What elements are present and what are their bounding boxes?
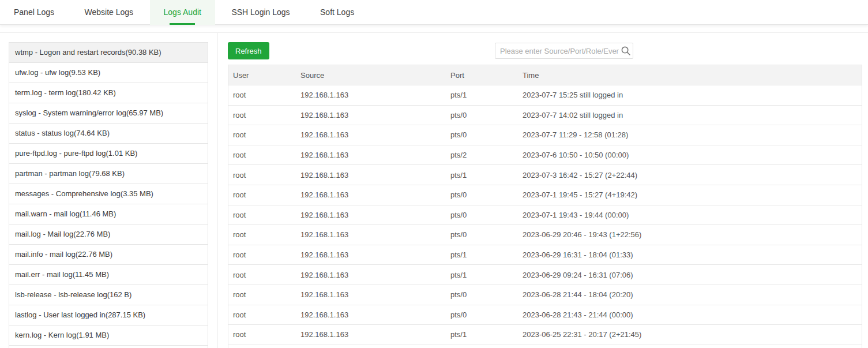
cell-time: 2023-07-7 14:02 still logged in [523, 111, 862, 119]
table-row[interactable]: root 192.168.1.163 pts/1 2023-06-29 16:3… [228, 245, 862, 265]
log-file-label: syslog - System warning/error log(65.97 … [15, 108, 163, 117]
table-row[interactable]: root 192.168.1.163 pts/1 2023-07-7 15:25… [228, 85, 862, 106]
cell-time: 2023-06-28 21:44 - 18:04 (20:20) [523, 290, 862, 299]
log-file-label: partman - partman log(79.68 KB) [15, 169, 125, 178]
log-file-item[interactable]: ufw.log - ufw log(9.53 KB) [9, 63, 208, 83]
cell-source: 192.168.1.163 [300, 290, 450, 299]
cell-user: root [228, 310, 300, 319]
cell-time: 2023-06-25 22:31 - 20:17 (2+21:45) [523, 330, 862, 339]
cell-time: 2023-07-1 19:45 - 15:27 (4+19:42) [523, 190, 862, 199]
tab-label: Soft Logs [320, 8, 354, 17]
log-file-label: messages - Comprehensive log(3.35 MB) [15, 189, 153, 198]
log-file-item[interactable]: mail.err - mail log(11.45 MB) [9, 265, 208, 285]
cell-port: pts/0 [450, 290, 523, 299]
refresh-button[interactable]: Refresh [228, 42, 269, 59]
cell-user: root [228, 91, 300, 99]
cell-port: pts/1 [450, 271, 523, 279]
cell-user: root [228, 211, 300, 219]
table-body: root 192.168.1.163 pts/1 2023-07-7 15:25… [228, 85, 862, 348]
tab-label: Website Logs [85, 8, 134, 17]
log-file-label: mail.info - mail log(22.76 MB) [15, 250, 112, 259]
table-row[interactable]: root 192.168.1.163 pts/0 2023-07-1 19:43… [228, 205, 862, 226]
log-file-item[interactable]: lsb-release - lsb-release log(162 B) [9, 285, 208, 305]
log-file-item[interactable]: wtmp - Logon and restart records(90.38 K… [9, 43, 208, 63]
cell-user: root [228, 171, 300, 179]
table-row[interactable]: root 192.168.1.163 pts/1 2023-07-3 16:42… [228, 165, 862, 185]
log-file-item[interactable]: term.log - term log(180.42 KB) [9, 83, 208, 103]
column-header-source: Source [300, 71, 450, 80]
cell-source: 192.168.1.163 [300, 171, 450, 179]
table-row[interactable]: root 192.168.1.163 pts/0 2023-07-7 11:29… [228, 125, 862, 145]
cell-time: 2023-06-29 09:24 - 16:31 (07:06) [523, 271, 862, 279]
log-file-label: status - status log(74.64 KB) [15, 129, 110, 137]
log-file-item[interactable]: lastlog - User last logged in(287.15 KB) [9, 305, 208, 325]
log-file-item[interactable]: mail.info - mail log(22.76 MB) [9, 245, 208, 265]
sidebar-right-divider [217, 33, 218, 348]
table-row[interactable]: root 192.168.1.163 pts/2 2023-07-6 10:50… [228, 145, 862, 166]
cell-time: 2023-07-7 11:29 - 12:58 (01:28) [523, 130, 862, 139]
log-file-item[interactable]: mail.log - Mail log(22.76 MB) [9, 224, 208, 245]
magnifier-icon[interactable] [621, 46, 631, 56]
cell-source: 192.168.1.163 [300, 91, 450, 99]
cell-time: 2023-07-1 19:43 - 19:44 (00:00) [523, 211, 862, 219]
table-row[interactable]: root 192.168.1.163 pts/0 2023-06-28 21:4… [228, 285, 862, 305]
cell-time: 2023-07-7 15:25 still logged in [523, 91, 862, 99]
tab-ssh-login-logs[interactable]: SSH Login Logs [217, 0, 303, 25]
cell-port: pts/1 [450, 330, 523, 339]
cell-port: pts/2 [450, 151, 523, 159]
cell-user: root [228, 250, 300, 259]
tab-label: Panel Logs [14, 8, 54, 17]
tab-label: SSH Login Logs [231, 8, 290, 17]
cell-port: pts/0 [450, 190, 523, 199]
cell-time: 2023-07-3 16:42 - 15:27 (2+22:44) [523, 171, 862, 179]
tab-panel-logs[interactable]: Panel Logs [0, 0, 68, 25]
log-file-item[interactable]: syslog - System warning/error log(65.97 … [9, 103, 208, 124]
login-records-table: User Source Port Time root 192.168.1.163… [228, 65, 862, 348]
log-file-label: lastlog - User last logged in(287.15 KB) [15, 310, 145, 319]
cell-source: 192.168.1.163 [300, 151, 450, 159]
search-input[interactable] [495, 43, 633, 58]
table-row[interactable]: root 192.168.1.163 pts/0 2023-07-7 14:02… [228, 106, 862, 126]
log-file-item[interactable]: status - status log(74.64 KB) [9, 124, 208, 144]
log-file-item[interactable]: mail.warn - mail log(11.46 MB) [9, 204, 208, 224]
log-file-label: mail.err - mail log(11.45 MB) [15, 270, 109, 279]
cell-port: pts/0 [450, 310, 523, 319]
table-row[interactable]: root 192.168.1.163 pts/0 2023-06-29 20:4… [228, 225, 862, 245]
log-file-item[interactable]: kern.log - Kern log(1.91 MB) [9, 325, 208, 346]
column-header-user: User [228, 71, 300, 80]
log-file-label: wtmp - Logon and restart records(90.38 K… [15, 48, 161, 57]
cell-port: pts/0 [450, 230, 523, 239]
table-row[interactable]: root 192.168.1.163 pts/0 2023-06-28 21:4… [228, 305, 862, 325]
log-file-label: pure-ftpd.log - pure-ftpd log(1.01 KB) [15, 149, 137, 158]
tab-logs-audit[interactable]: Logs Audit [150, 0, 215, 25]
cell-time: 2023-06-29 20:46 - 19:43 (1+22:56) [523, 230, 862, 239]
cell-source: 192.168.1.163 [300, 310, 450, 319]
log-file-list: wtmp - Logon and restart records(90.38 K… [9, 42, 208, 348]
column-header-port: Port [450, 71, 523, 80]
log-file-label: mail.warn - mail log(11.46 MB) [15, 209, 116, 218]
log-file-label: kern.log - Kern log(1.91 MB) [15, 331, 109, 339]
cell-user: root [228, 271, 300, 279]
tab-soft-logs[interactable]: Soft Logs [306, 0, 368, 25]
table-row[interactable]: root 192.168.1.163 pts/1 2023-06-25 22:3… [228, 325, 862, 345]
cell-user: root [228, 330, 300, 339]
cell-source: 192.168.1.163 [300, 111, 450, 119]
cell-source: 192.168.1.163 [300, 211, 450, 219]
column-header-time: Time [523, 71, 862, 80]
cell-port: pts/1 [450, 171, 523, 179]
log-file-label: lsb-release - lsb-release log(162 B) [15, 290, 131, 299]
log-file-item[interactable]: messages - Comprehensive log(3.35 MB) [9, 184, 208, 204]
log-file-item[interactable]: partman - partman log(79.68 KB) [9, 164, 208, 184]
cell-user: root [228, 130, 300, 139]
cell-source: 192.168.1.163 [300, 190, 450, 199]
cell-source: 192.168.1.163 [300, 230, 450, 239]
content-top-divider [0, 32, 868, 33]
cell-time: 2023-07-6 10:50 - 10:50 (00:00) [523, 151, 862, 159]
table-row[interactable]: root 192.168.1.163 pts/1 2023-06-29 09:2… [228, 265, 862, 285]
cell-port: pts/1 [450, 250, 523, 259]
cell-source: 192.168.1.163 [300, 250, 450, 259]
table-row[interactable]: root 192.168.1.163 pts/0 2023-07-1 19:45… [228, 185, 862, 205]
cell-time: 2023-06-28 21:43 - 21:44 (00:00) [523, 310, 862, 319]
log-file-item[interactable]: pure-ftpd.log - pure-ftpd log(1.01 KB) [9, 144, 208, 164]
tab-website-logs[interactable]: Website Logs [71, 0, 148, 25]
